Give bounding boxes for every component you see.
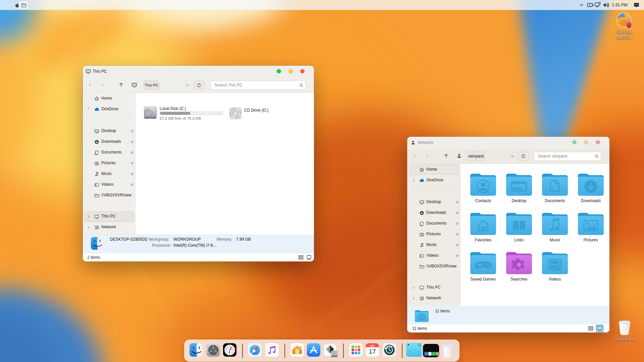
svg-text:JUL: JUL (370, 345, 375, 347)
svg-text:12: 12 (229, 346, 231, 348)
svg-text:17: 17 (369, 348, 376, 355)
svg-text:11: 11 (227, 347, 229, 348)
